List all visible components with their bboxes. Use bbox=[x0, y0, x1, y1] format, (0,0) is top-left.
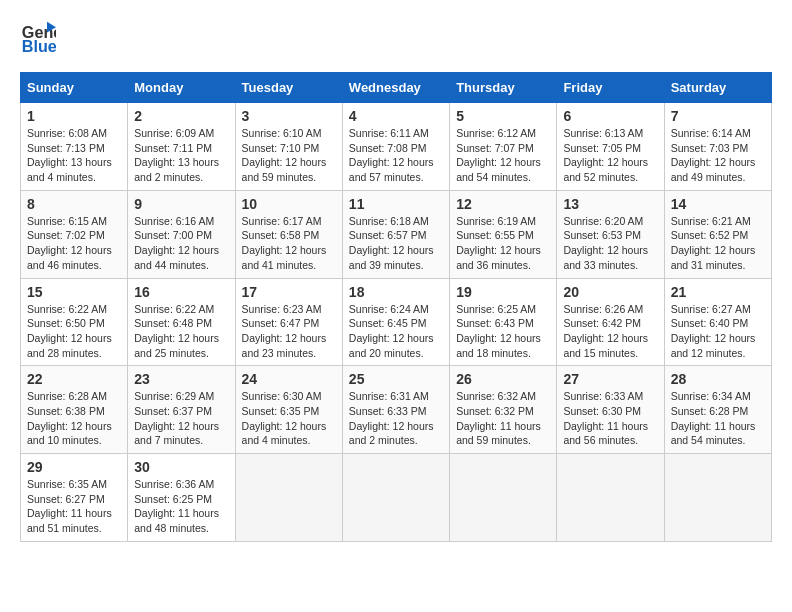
daylight-label: Daylight: 12 hours and 12 minutes. bbox=[671, 332, 756, 359]
day-number: 16 bbox=[134, 284, 228, 300]
day-number: 22 bbox=[27, 371, 121, 387]
sunset-label: Sunset: 7:10 PM bbox=[242, 142, 320, 154]
sunrise-label: Sunrise: 6:36 AM bbox=[134, 478, 214, 490]
sunset-label: Sunset: 6:27 PM bbox=[27, 493, 105, 505]
day-info: Sunrise: 6:11 AM Sunset: 7:08 PM Dayligh… bbox=[349, 126, 443, 185]
sunset-label: Sunset: 6:45 PM bbox=[349, 317, 427, 329]
svg-text:Blue: Blue bbox=[22, 37, 56, 55]
calendar-cell: 3 Sunrise: 6:10 AM Sunset: 7:10 PM Dayli… bbox=[235, 103, 342, 191]
day-info: Sunrise: 6:12 AM Sunset: 7:07 PM Dayligh… bbox=[456, 126, 550, 185]
calendar-cell: 16 Sunrise: 6:22 AM Sunset: 6:48 PM Dayl… bbox=[128, 278, 235, 366]
day-info: Sunrise: 6:26 AM Sunset: 6:42 PM Dayligh… bbox=[563, 302, 657, 361]
day-number: 11 bbox=[349, 196, 443, 212]
sunset-label: Sunset: 6:50 PM bbox=[27, 317, 105, 329]
sunset-label: Sunset: 6:40 PM bbox=[671, 317, 749, 329]
weekday-header-saturday: Saturday bbox=[664, 73, 771, 103]
sunset-label: Sunset: 6:38 PM bbox=[27, 405, 105, 417]
sunset-label: Sunset: 7:07 PM bbox=[456, 142, 534, 154]
sunset-label: Sunset: 7:05 PM bbox=[563, 142, 641, 154]
sunset-label: Sunset: 6:58 PM bbox=[242, 229, 320, 241]
daylight-label: Daylight: 13 hours and 2 minutes. bbox=[134, 156, 219, 183]
calendar-cell: 26 Sunrise: 6:32 AM Sunset: 6:32 PM Dayl… bbox=[450, 366, 557, 454]
calendar-cell: 1 Sunrise: 6:08 AM Sunset: 7:13 PM Dayli… bbox=[21, 103, 128, 191]
calendar-cell: 14 Sunrise: 6:21 AM Sunset: 6:52 PM Dayl… bbox=[664, 190, 771, 278]
day-info: Sunrise: 6:21 AM Sunset: 6:52 PM Dayligh… bbox=[671, 214, 765, 273]
day-info: Sunrise: 6:30 AM Sunset: 6:35 PM Dayligh… bbox=[242, 389, 336, 448]
day-info: Sunrise: 6:29 AM Sunset: 6:37 PM Dayligh… bbox=[134, 389, 228, 448]
calendar-cell: 8 Sunrise: 6:15 AM Sunset: 7:02 PM Dayli… bbox=[21, 190, 128, 278]
daylight-label: Daylight: 13 hours and 4 minutes. bbox=[27, 156, 112, 183]
daylight-label: Daylight: 12 hours and 4 minutes. bbox=[242, 420, 327, 447]
day-number: 30 bbox=[134, 459, 228, 475]
day-info: Sunrise: 6:18 AM Sunset: 6:57 PM Dayligh… bbox=[349, 214, 443, 273]
daylight-label: Daylight: 12 hours and 33 minutes. bbox=[563, 244, 648, 271]
sunrise-label: Sunrise: 6:15 AM bbox=[27, 215, 107, 227]
daylight-label: Daylight: 11 hours and 51 minutes. bbox=[27, 507, 112, 534]
calendar-cell: 18 Sunrise: 6:24 AM Sunset: 6:45 PM Dayl… bbox=[342, 278, 449, 366]
sunrise-label: Sunrise: 6:22 AM bbox=[134, 303, 214, 315]
sunset-label: Sunset: 6:43 PM bbox=[456, 317, 534, 329]
sunset-label: Sunset: 6:48 PM bbox=[134, 317, 212, 329]
sunrise-label: Sunrise: 6:13 AM bbox=[563, 127, 643, 139]
daylight-label: Daylight: 12 hours and 2 minutes. bbox=[349, 420, 434, 447]
calendar-cell: 7 Sunrise: 6:14 AM Sunset: 7:03 PM Dayli… bbox=[664, 103, 771, 191]
daylight-label: Daylight: 11 hours and 48 minutes. bbox=[134, 507, 219, 534]
weekday-header-monday: Monday bbox=[128, 73, 235, 103]
calendar-week-row: 22 Sunrise: 6:28 AM Sunset: 6:38 PM Dayl… bbox=[21, 366, 772, 454]
sunrise-label: Sunrise: 6:10 AM bbox=[242, 127, 322, 139]
daylight-label: Daylight: 12 hours and 52 minutes. bbox=[563, 156, 648, 183]
daylight-label: Daylight: 12 hours and 25 minutes. bbox=[134, 332, 219, 359]
calendar-cell bbox=[664, 454, 771, 542]
sunrise-label: Sunrise: 6:24 AM bbox=[349, 303, 429, 315]
daylight-label: Daylight: 12 hours and 36 minutes. bbox=[456, 244, 541, 271]
day-number: 3 bbox=[242, 108, 336, 124]
sunset-label: Sunset: 7:02 PM bbox=[27, 229, 105, 241]
sunset-label: Sunset: 7:00 PM bbox=[134, 229, 212, 241]
calendar-cell: 12 Sunrise: 6:19 AM Sunset: 6:55 PM Dayl… bbox=[450, 190, 557, 278]
day-info: Sunrise: 6:32 AM Sunset: 6:32 PM Dayligh… bbox=[456, 389, 550, 448]
daylight-label: Daylight: 12 hours and 15 minutes. bbox=[563, 332, 648, 359]
page-header: General Blue bbox=[20, 20, 772, 56]
calendar-cell: 2 Sunrise: 6:09 AM Sunset: 7:11 PM Dayli… bbox=[128, 103, 235, 191]
daylight-label: Daylight: 11 hours and 56 minutes. bbox=[563, 420, 648, 447]
day-info: Sunrise: 6:08 AM Sunset: 7:13 PM Dayligh… bbox=[27, 126, 121, 185]
day-info: Sunrise: 6:28 AM Sunset: 6:38 PM Dayligh… bbox=[27, 389, 121, 448]
sunrise-label: Sunrise: 6:31 AM bbox=[349, 390, 429, 402]
calendar-cell bbox=[450, 454, 557, 542]
daylight-label: Daylight: 11 hours and 59 minutes. bbox=[456, 420, 541, 447]
day-info: Sunrise: 6:25 AM Sunset: 6:43 PM Dayligh… bbox=[456, 302, 550, 361]
calendar-cell: 21 Sunrise: 6:27 AM Sunset: 6:40 PM Dayl… bbox=[664, 278, 771, 366]
weekday-header-thursday: Thursday bbox=[450, 73, 557, 103]
sunrise-label: Sunrise: 6:19 AM bbox=[456, 215, 536, 227]
sunrise-label: Sunrise: 6:26 AM bbox=[563, 303, 643, 315]
day-info: Sunrise: 6:10 AM Sunset: 7:10 PM Dayligh… bbox=[242, 126, 336, 185]
day-number: 14 bbox=[671, 196, 765, 212]
day-info: Sunrise: 6:17 AM Sunset: 6:58 PM Dayligh… bbox=[242, 214, 336, 273]
daylight-label: Daylight: 12 hours and 7 minutes. bbox=[134, 420, 219, 447]
day-number: 1 bbox=[27, 108, 121, 124]
calendar-cell: 29 Sunrise: 6:35 AM Sunset: 6:27 PM Dayl… bbox=[21, 454, 128, 542]
sunrise-label: Sunrise: 6:23 AM bbox=[242, 303, 322, 315]
calendar-cell: 28 Sunrise: 6:34 AM Sunset: 6:28 PM Dayl… bbox=[664, 366, 771, 454]
sunrise-label: Sunrise: 6:22 AM bbox=[27, 303, 107, 315]
weekday-header-friday: Friday bbox=[557, 73, 664, 103]
daylight-label: Daylight: 12 hours and 44 minutes. bbox=[134, 244, 219, 271]
day-number: 28 bbox=[671, 371, 765, 387]
sunrise-label: Sunrise: 6:29 AM bbox=[134, 390, 214, 402]
day-info: Sunrise: 6:09 AM Sunset: 7:11 PM Dayligh… bbox=[134, 126, 228, 185]
calendar-week-row: 15 Sunrise: 6:22 AM Sunset: 6:50 PM Dayl… bbox=[21, 278, 772, 366]
day-info: Sunrise: 6:35 AM Sunset: 6:27 PM Dayligh… bbox=[27, 477, 121, 536]
day-number: 19 bbox=[456, 284, 550, 300]
daylight-label: Daylight: 12 hours and 54 minutes. bbox=[456, 156, 541, 183]
day-number: 13 bbox=[563, 196, 657, 212]
day-info: Sunrise: 6:33 AM Sunset: 6:30 PM Dayligh… bbox=[563, 389, 657, 448]
calendar-cell: 24 Sunrise: 6:30 AM Sunset: 6:35 PM Dayl… bbox=[235, 366, 342, 454]
calendar-cell: 4 Sunrise: 6:11 AM Sunset: 7:08 PM Dayli… bbox=[342, 103, 449, 191]
sunset-label: Sunset: 6:28 PM bbox=[671, 405, 749, 417]
daylight-label: Daylight: 12 hours and 18 minutes. bbox=[456, 332, 541, 359]
day-info: Sunrise: 6:19 AM Sunset: 6:55 PM Dayligh… bbox=[456, 214, 550, 273]
calendar-cell: 15 Sunrise: 6:22 AM Sunset: 6:50 PM Dayl… bbox=[21, 278, 128, 366]
day-number: 5 bbox=[456, 108, 550, 124]
calendar-cell: 20 Sunrise: 6:26 AM Sunset: 6:42 PM Dayl… bbox=[557, 278, 664, 366]
sunset-label: Sunset: 6:47 PM bbox=[242, 317, 320, 329]
